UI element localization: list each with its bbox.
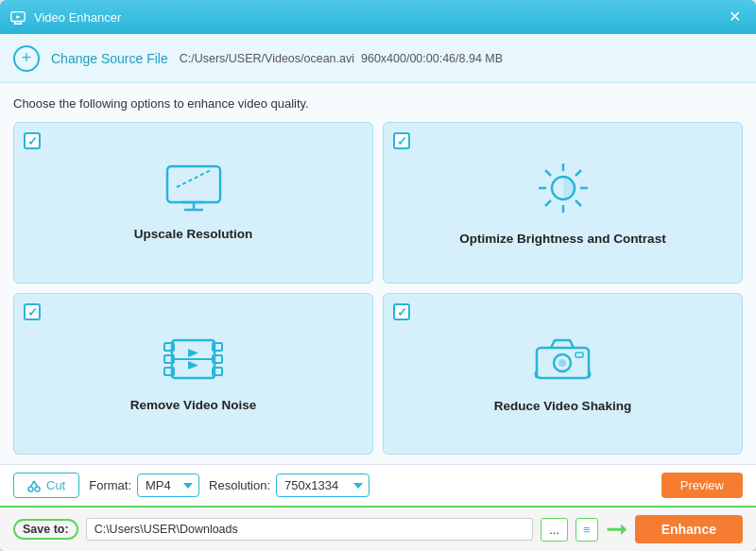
svg-marker-25 xyxy=(188,361,198,370)
subtitle-text: Choose the following options to enhance … xyxy=(13,96,743,111)
noise-label: Remove Video Noise xyxy=(130,398,256,412)
card-shaking[interactable]: Reduce Video Shaking xyxy=(383,293,743,455)
svg-rect-29 xyxy=(576,353,583,357)
main-content: Choose the following options to enhance … xyxy=(0,83,756,464)
svg-line-32 xyxy=(31,481,35,487)
card-brightness[interactable]: Optimize Brightness and Contrast xyxy=(383,122,743,284)
bottom-bar: Save to: ... ≡ ➞ Enhance xyxy=(0,506,756,551)
arrow-icon: ➞ xyxy=(606,516,627,542)
brightness-label: Optimize Brightness and Contrast xyxy=(459,232,665,246)
film-icon xyxy=(163,336,224,387)
change-source-button[interactable]: Change Source File xyxy=(51,51,168,66)
preview-button[interactable]: Preview xyxy=(662,473,743,498)
resolution-select[interactable]: 750x1334 1920x1080 1280x720 960x400 xyxy=(276,474,369,497)
cut-button[interactable]: Cut xyxy=(13,473,79,498)
svg-line-6 xyxy=(177,170,211,187)
svg-point-30 xyxy=(28,487,33,491)
source-file-path: C:/Users/USER/Videos/ocean.avi 960x400/0… xyxy=(180,52,503,65)
svg-point-31 xyxy=(35,487,40,491)
svg-line-33 xyxy=(34,481,38,487)
svg-line-15 xyxy=(545,200,551,206)
upscale-checkbox[interactable] xyxy=(24,132,41,149)
noise-checkbox[interactable] xyxy=(24,303,41,320)
svg-point-28 xyxy=(558,359,566,367)
format-select[interactable]: MP4 AVI MOV MKV WMV xyxy=(137,474,199,497)
source-bar: + Change Source File C:/Users/USER/Video… xyxy=(0,34,756,83)
upscale-label: Upscale Resolution xyxy=(134,227,252,241)
app-icon xyxy=(9,9,26,26)
browse-button[interactable]: ... xyxy=(541,518,568,542)
resolution-group: Resolution: 750x1334 1920x1080 1280x720 … xyxy=(209,474,369,497)
format-group: Format: MP4 AVI MOV MKV WMV xyxy=(89,474,199,497)
svg-rect-2 xyxy=(167,166,220,202)
main-window: Video Enhancer ✕ + Change Source File C:… xyxy=(0,0,756,551)
save-to-label: Save to: xyxy=(13,519,78,540)
scissors-icon xyxy=(27,479,41,492)
toolbar-bar: Cut Format: MP4 AVI MOV MKV WMV Resoluti… xyxy=(0,464,756,506)
titlebar-left: Video Enhancer xyxy=(9,9,121,26)
add-source-button[interactable]: + xyxy=(13,45,40,72)
close-button[interactable]: ✕ xyxy=(723,8,747,26)
format-label: Format: xyxy=(89,478,131,492)
sun-icon xyxy=(535,160,592,220)
svg-marker-1 xyxy=(16,15,21,19)
camera-icon xyxy=(532,335,593,387)
window-title: Video Enhancer xyxy=(34,10,121,25)
brightness-checkbox[interactable] xyxy=(393,132,410,149)
svg-line-12 xyxy=(545,170,551,176)
save-path-input[interactable] xyxy=(86,518,534,541)
svg-marker-24 xyxy=(188,349,198,357)
svg-line-13 xyxy=(576,200,581,206)
svg-line-14 xyxy=(576,170,581,176)
cards-grid: Upscale Resolution xyxy=(13,122,743,455)
monitor-icon xyxy=(163,164,224,215)
shaking-checkbox[interactable] xyxy=(393,303,410,320)
card-upscale[interactable]: Upscale Resolution xyxy=(13,122,373,284)
card-noise[interactable]: Remove Video Noise xyxy=(13,293,373,455)
file-list-button[interactable]: ≡ xyxy=(576,518,598,542)
titlebar: Video Enhancer ✕ xyxy=(0,0,756,34)
shaking-label: Reduce Video Shaking xyxy=(494,399,631,413)
enhance-button[interactable]: Enhance xyxy=(635,515,743,543)
resolution-label: Resolution: xyxy=(209,478,270,492)
